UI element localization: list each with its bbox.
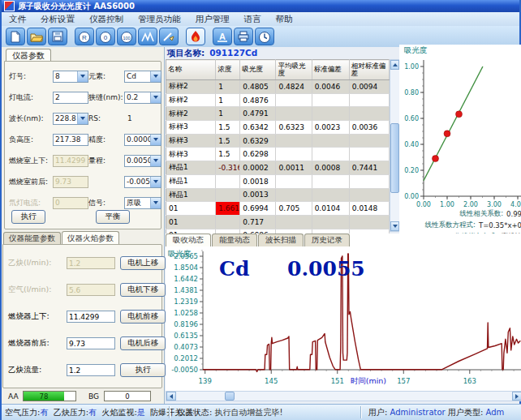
chevron-down-icon[interactable] [150,156,161,166]
table-cell [312,215,349,229]
scroll-left-button[interactable] [166,392,176,401]
table-row[interactable]: 010.717 [166,215,390,229]
param-input[interactable]: 1.2 [67,364,115,376]
param-select[interactable]: 原吸 [124,197,161,209]
tab-instrument-energy-params[interactable]: 仪器能量参数 [3,232,61,245]
tab-absorption-dynamic[interactable]: 吸收动态 [166,234,211,246]
menu-file[interactable]: 文件 [2,14,33,25]
autosampler-icon[interactable]: A [213,28,232,45]
chevron-down-icon[interactable] [150,71,161,82]
table-cell: 0.0011 [276,161,312,175]
table-cell [216,215,240,229]
chevron-down-icon[interactable] [150,92,161,103]
menu-language[interactable]: 语言 [237,14,269,25]
scroll-thumb[interactable] [390,123,399,193]
param-select[interactable]: 0.0000 [124,134,161,146]
param-select[interactable]: 8 [53,71,88,83]
tab-history[interactable]: 历史记录 [304,234,350,246]
param-select[interactable]: -0.0050 [124,176,161,188]
table-row[interactable]: 标样210.48050.48240.00460.0094 [166,80,390,94]
table-cell: 样品1 [166,174,216,188]
burner-clean-icon[interactable] [159,28,179,45]
param-label: 量程: [88,156,124,166]
table-row[interactable]: 标样210.4876 [166,93,390,107]
ignite-flame-icon[interactable] [186,28,205,45]
param-input[interactable]: 2 [53,92,88,104]
table-row[interactable]: 样品1-0.31680.00020.00110.00080.7441 [166,161,390,175]
power-icon[interactable] [255,28,274,45]
param-input-disabled: 9.73 [53,176,88,188]
chevron-down-icon[interactable] [77,114,88,124]
menu-help[interactable]: 帮助 [269,14,300,25]
scroll-down-button[interactable] [390,221,399,231]
energy-readout: AA 78 BG 0 [2,391,164,404]
printer-icon[interactable] [234,28,253,45]
menu-analysis-settings[interactable]: 分析设置 [33,14,82,25]
save-file-icon[interactable] [48,28,67,45]
param-select[interactable]: 0.2 [124,92,161,104]
aa-energy-value: 78 [24,392,64,401]
menu-user-management[interactable]: 用户管理 [188,14,237,25]
motor-move-button[interactable]: 电机后移 [120,336,166,350]
table-cell: 0.0148 [349,202,389,216]
tab-energy-dynamic[interactable]: 能量动态 [212,234,257,246]
svg-text:145: 145 [265,377,278,385]
app-icon [4,1,15,11]
table-cell: 标样3 [166,134,216,148]
chart-horizontal-scrollbar[interactable] [166,391,521,401]
new-file-icon[interactable] [6,28,25,45]
motor-move-button[interactable]: 电机上移 [120,256,166,270]
motor-move-button[interactable]: 电机前移 [120,310,166,324]
table-row[interactable]: 011.66170.69940.7050.01040.0148 [166,202,390,216]
tab-instrument-flame-params[interactable]: 仪器火焰参数 [62,231,119,244]
gauge-100-icon[interactable]: 100 [117,28,136,45]
chevron-down-icon[interactable] [150,198,161,208]
table-row[interactable]: 标样31.50.6329 [166,134,390,148]
flame-param-row: 燃烧器上下:11.4299电机前移 [3,303,161,330]
open-file-icon[interactable] [27,28,46,45]
param-select[interactable]: Cd [124,71,161,83]
scroll-up-button[interactable] [390,60,399,70]
scroll-right-button[interactable] [512,392,521,401]
wavelength-scan-icon[interactable] [138,28,157,45]
table-cell [276,174,312,188]
menu-instrument-control[interactable]: 仪器控制 [82,14,131,25]
user-info: 用户: Administrator 用户类型: Adm [368,407,504,418]
bg-energy-value: 0 [104,391,151,401]
chevron-down-icon[interactable] [150,177,161,187]
table-row[interactable]: 标样210.4791 [166,107,390,121]
balance-button[interactable]: 平衡 [96,210,130,224]
param-select[interactable]: 228.8 [53,113,88,125]
svg-text:4.00: 4.00 [510,201,521,208]
table-row[interactable]: 标样31.50.6298 [166,148,390,161]
svg-text:2.00: 2.00 [463,201,478,208]
status-bar: 空气压力:有 乙炔压力:有 火焰监视:是 防爆开关:关 仪器状态: 执行自动增益… [2,404,521,420]
results-table[interactable]: 名称 浓度 吸光度 平均吸光度 标准偏差 相对标准偏差 标样210.48050.… [166,59,390,242]
gauge-zero-icon[interactable]: 0 [96,28,115,45]
param-row: 波长(nm):228.8RS:1 [5,108,161,129]
param-select[interactable]: 0.0050 [124,155,161,167]
param-input-disabled: 11.4299 [53,155,88,167]
param-input-disabled: 5.6 [67,284,115,296]
flame-execute-button[interactable]: 执行 [120,363,166,377]
motor-move-button[interactable]: 电机下移 [120,283,166,297]
hscroll-thumb[interactable] [225,392,235,401]
table-cell: 0.0018 [240,174,276,188]
execute-button[interactable]: 执行 [11,210,45,224]
table-row[interactable]: 样品10.0013 [166,188,390,202]
param-input[interactable]: 9.73 [67,337,115,349]
param-input[interactable]: 217.38 [53,134,88,146]
chevron-down-icon[interactable] [150,135,161,145]
table-cell: 0.717 [240,215,276,229]
table-cell: 0.4805 [240,80,276,94]
param-input[interactable]: 11.4299 [67,311,115,323]
equation-label: 线性系数方程式: [425,221,476,230]
col-rel-std-dev: 相对标准偏差 [349,60,389,80]
table-cell [349,134,389,148]
table-row[interactable]: 样品10.0018 [166,174,390,188]
table-row[interactable]: 标样31.50.63420.63230.00230.0036 [166,121,390,135]
gauge-r-icon[interactable]: R [75,28,94,45]
tab-wavelength-scan[interactable]: 波长扫描 [258,234,304,246]
menu-admin-functions[interactable]: 管理员功能 [131,14,188,25]
chevron-down-icon[interactable] [77,71,88,82]
